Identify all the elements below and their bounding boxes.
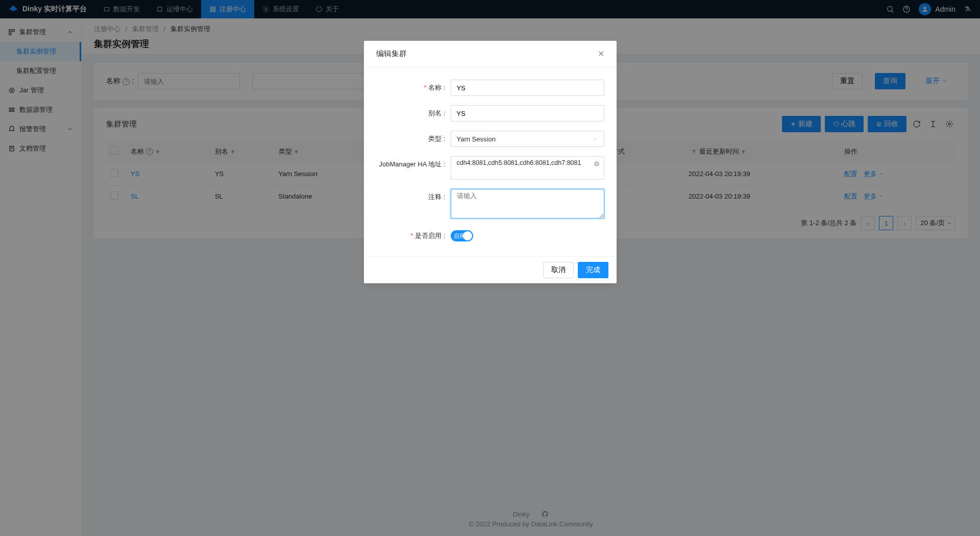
edit-cluster-modal: 编辑集群 ✕ 名称 : 别名 : 类型 : Yarn Session JobMa… [364, 41, 617, 283]
modal-title: 编辑集群 [376, 49, 407, 59]
modal-header: 编辑集群 ✕ [364, 41, 617, 67]
type-select[interactable]: Yarn Session [451, 131, 604, 147]
type-value: Yarn Session [457, 135, 496, 143]
name-label: 名称 : [364, 80, 451, 96]
enable-label: 是否启用 : [364, 228, 451, 244]
modal-footer: 取消 完成 [364, 256, 617, 283]
enable-switch[interactable]: 启用 [451, 230, 473, 241]
form-item-alias: 别名 : [364, 105, 604, 121]
form-item-ha: JobManager HA 地址 : cdh4:8081,cdh5:8081,c… [364, 156, 604, 180]
name-input[interactable] [451, 80, 604, 96]
chevron-down-icon [592, 136, 598, 142]
modal-body: 名称 : 别名 : 类型 : Yarn Session JobManager H… [364, 67, 617, 256]
switch-handle [463, 231, 472, 240]
cancel-button[interactable]: 取消 [543, 262, 574, 278]
ok-button[interactable]: 完成 [578, 262, 608, 278]
clear-icon[interactable] [594, 161, 600, 167]
form-item-enable: 是否启用 : 启用 [364, 228, 604, 244]
alias-input[interactable] [451, 105, 604, 121]
close-icon[interactable]: ✕ [598, 49, 604, 59]
ha-value: cdh4:8081,cdh5:8081,cdh6:8081,cdh7:8081 [457, 159, 581, 166]
ha-label: JobManager HA 地址 : [364, 156, 451, 173]
form-item-name: 名称 : [364, 80, 604, 96]
type-label: 类型 : [364, 131, 451, 147]
form-item-type: 类型 : Yarn Session [364, 131, 604, 147]
alias-label: 别名 : [364, 105, 451, 121]
comment-label: 注释 : [364, 189, 451, 205]
form-item-comment: 注释 : [364, 189, 604, 218]
modal-overlay[interactable]: 编辑集群 ✕ 名称 : 别名 : 类型 : Yarn Session JobMa… [0, 0, 980, 536]
comment-textarea[interactable] [451, 189, 604, 218]
ha-textarea[interactable]: cdh4:8081,cdh5:8081,cdh6:8081,cdh7:8081 [451, 156, 604, 180]
